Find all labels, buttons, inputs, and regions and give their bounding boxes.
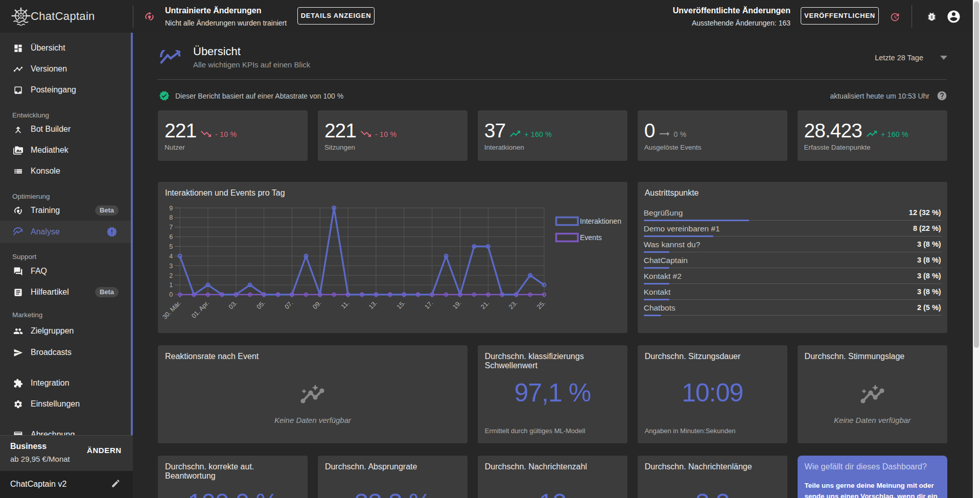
svg-text:7: 7 <box>169 224 173 231</box>
svg-text:3: 3 <box>169 263 173 270</box>
svg-text:03.: 03. <box>227 299 239 311</box>
svg-text:Events: Events <box>580 233 602 242</box>
svg-text:23.: 23. <box>507 299 519 311</box>
svg-text:4: 4 <box>169 253 173 260</box>
svg-text:07.: 07. <box>283 299 294 311</box>
svg-text:2: 2 <box>169 272 173 279</box>
svg-text:13.: 13. <box>367 299 379 311</box>
svg-text:17.: 17. <box>424 299 435 311</box>
svg-text:30. Mär.: 30. Mär. <box>161 299 182 321</box>
svg-text:8: 8 <box>169 214 173 221</box>
svg-text:11.: 11. <box>340 299 351 311</box>
svg-text:Interaktionen: Interaktionen <box>580 217 621 225</box>
svg-text:19.: 19. <box>451 299 462 311</box>
svg-text:09.: 09. <box>311 299 322 311</box>
svg-text:9: 9 <box>169 205 173 212</box>
svg-text:21.: 21. <box>479 299 491 311</box>
svg-text:25.: 25. <box>535 299 547 311</box>
svg-text:1: 1 <box>169 281 173 289</box>
svg-text:0: 0 <box>169 291 173 298</box>
svg-text:6: 6 <box>169 233 173 241</box>
svg-text:5: 5 <box>169 243 173 250</box>
svg-text:15.: 15. <box>395 299 407 311</box>
svg-text:05.: 05. <box>255 299 267 311</box>
svg-text:01. Apr.: 01. Apr. <box>190 299 211 320</box>
